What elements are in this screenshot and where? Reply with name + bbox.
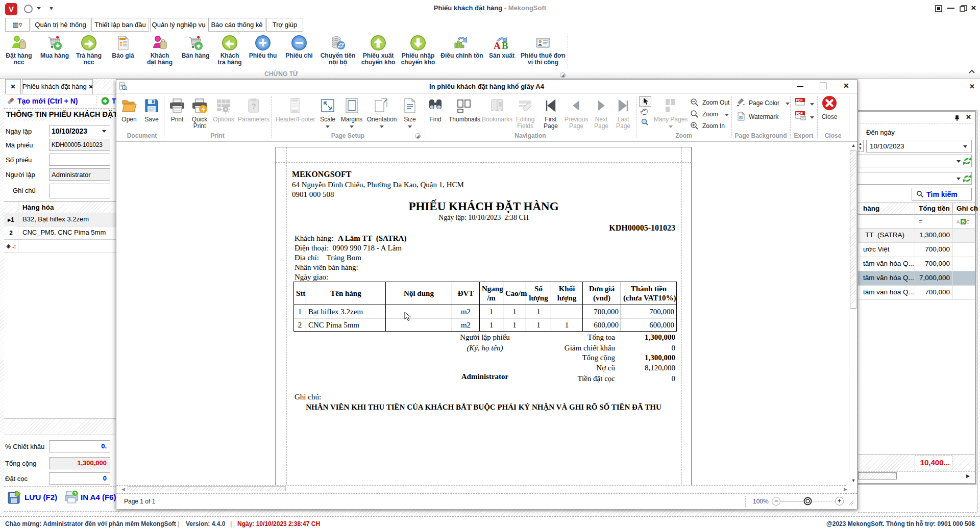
svg-text:A: A — [957, 219, 960, 224]
svg-text:C: C — [966, 219, 969, 224]
svg-text:?: ? — [252, 102, 256, 110]
svg-text:?: ? — [74, 491, 77, 496]
svg-text:A: A — [494, 40, 501, 51]
svg-text:PDF: PDF — [796, 112, 803, 115]
svg-text:PDF: PDF — [796, 98, 803, 102]
svg-text:B: B — [962, 219, 965, 224]
svg-text:B: B — [502, 40, 508, 51]
